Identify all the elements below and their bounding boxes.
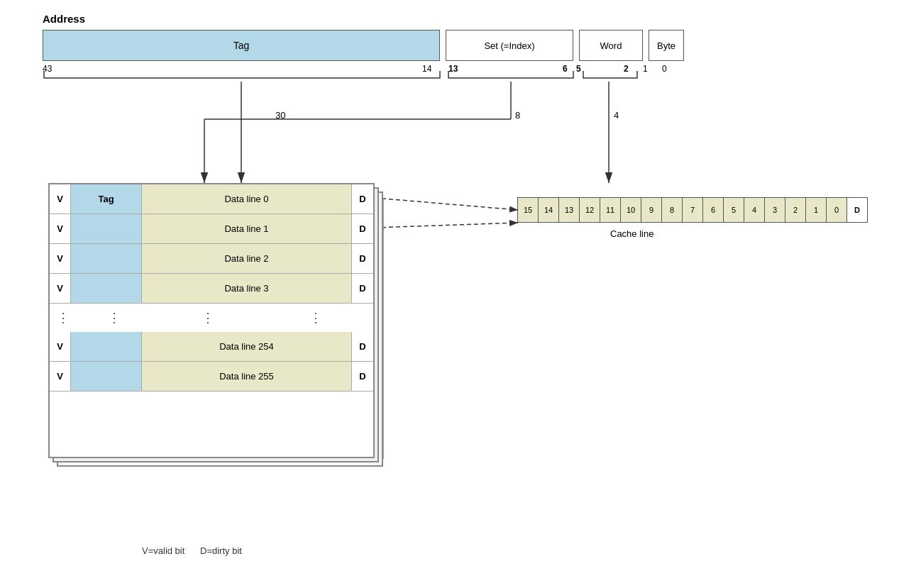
cache-row-3: V Data line 3 D [50,274,373,304]
cell-tag-255 [71,362,142,391]
cache-line: 15 14 13 12 11 10 9 8 7 6 5 4 3 2 1 0 D [518,197,868,223]
word-label: Word [600,40,622,51]
cl-11: 11 [600,197,621,223]
cell-tag-header: Tag [71,184,142,213]
cl-7: 7 [682,197,703,223]
bit-13: 13 [448,64,458,74]
byte-label: Byte [657,40,675,51]
cache-row-0: V Tag Data line 0 D [50,184,373,214]
cache-row-254: V Data line 254 D [50,332,373,362]
cl-12: 12 [579,197,600,223]
word-field: Word [579,30,643,61]
cell-d-2: D [352,244,373,273]
cell-d-254: D [352,332,373,361]
cell-data-1: Data line 1 [142,214,352,243]
cl-1: 1 [805,197,827,223]
cl-d: D [846,197,868,223]
cell-v-3: V [50,274,71,303]
byte-field: Byte [649,30,684,61]
cell-d-0: D [352,184,373,213]
cl-5: 5 [723,197,744,223]
cell-v-2: V [50,244,71,273]
cl-2: 2 [785,197,806,223]
cell-data-2: Data line 2 [142,244,352,273]
cache-row-1: V Data line 1 D [50,214,373,244]
dirty-legend: D=dirty bit [200,545,242,556]
dot-data: ⋮ [202,310,217,326]
tag-width-label: 30 [275,110,285,121]
cell-d-255: D [352,362,373,391]
bit-0: 0 [662,64,667,74]
cell-v-254: V [50,332,71,361]
address-label: Address [43,13,85,25]
bit-5: 5 [576,64,581,74]
cell-v-255: V [50,362,71,391]
cl-4: 4 [744,197,765,223]
cl-14: 14 [538,197,559,223]
cell-data-3: Data line 3 [142,274,352,303]
svg-line-6 [375,223,518,228]
word-width-label: 4 [614,110,619,121]
cl-8: 8 [661,197,683,223]
set-width-label: 8 [515,110,520,121]
tag-label: Tag [233,40,250,51]
bit-43: 43 [43,64,52,74]
cell-tag-3 [71,274,142,303]
set-label: Set (=Index) [484,40,534,51]
cl-13: 13 [558,197,580,223]
cache-row-2: V Data line 2 D [50,244,373,274]
cl-6: 6 [702,197,724,223]
dot-tag: ⋮ [108,310,123,326]
valid-legend: V=valid bit [142,545,184,556]
dot-v: ⋮ [57,310,72,326]
dots-row: ⋮ ⋮ ⋮ ⋮ [50,304,373,332]
cl-3: 3 [764,197,785,223]
bit-14: 14 [422,64,431,74]
tag-field: Tag [43,30,440,61]
cl-15: 15 [517,197,539,223]
cl-9: 9 [641,197,662,223]
cache-structure: V Tag Data line 0 D V Data line 1 D V Da… [48,183,375,458]
cl-10: 10 [620,197,641,223]
cell-tag-2 [71,244,142,273]
cell-d-3: D [352,274,373,303]
svg-line-5 [375,198,518,210]
set-field: Set (=Index) [446,30,573,61]
cell-data-254: Data line 254 [142,332,352,361]
cell-d-1: D [352,214,373,243]
address-fields: Tag Set (=Index) Word Byte [43,30,684,61]
cell-tag-254 [71,332,142,361]
cell-v-1: V [50,214,71,243]
legend: V=valid bit D=dirty bit [142,545,242,556]
dot-d: ⋮ [309,310,325,326]
diagram-container: Address Tag Set (=Index) Word Byte 43 14… [0,0,921,588]
cache-line-label: Cache line [610,228,653,239]
cell-v-0: V [50,184,71,213]
cl-0: 0 [826,197,847,223]
cell-data-255: Data line 255 [142,362,352,391]
cache-row-255: V Data line 255 D [50,362,373,392]
bit-2: 2 [624,64,629,74]
cell-tag-1 [71,214,142,243]
cell-data-0: Data line 0 [142,184,352,213]
bit-6: 6 [563,64,568,74]
bit-1: 1 [643,64,648,74]
